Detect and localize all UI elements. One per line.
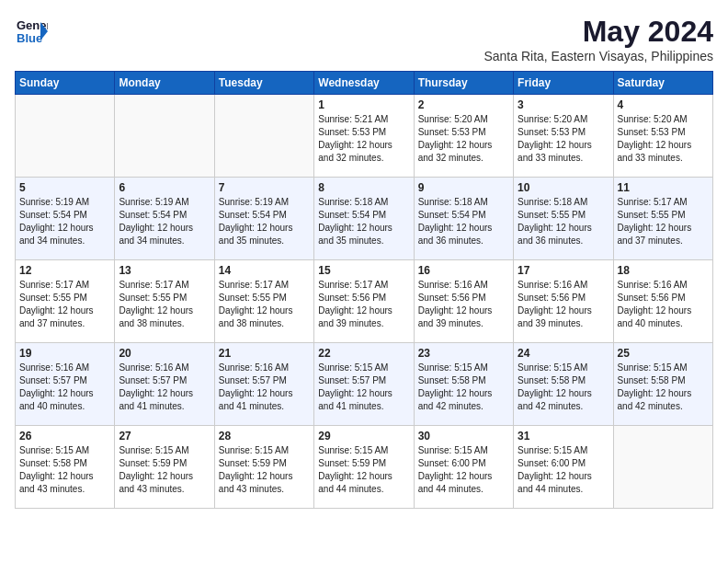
day-info: Sunrise: 5:17 AM Sunset: 5:55 PM Dayligh… <box>19 279 110 330</box>
day-number: 8 <box>318 181 409 194</box>
calendar-cell: 23Sunrise: 5:15 AM Sunset: 5:58 PM Dayli… <box>414 343 513 426</box>
day-info: Sunrise: 5:15 AM Sunset: 5:58 PM Dayligh… <box>418 362 509 413</box>
title-block: May 2024 Santa Rita, Eastern Visayas, Ph… <box>483 15 713 63</box>
calendar-cell: 22Sunrise: 5:15 AM Sunset: 5:57 PM Dayli… <box>314 343 414 426</box>
svg-text:Blue: Blue <box>17 31 42 45</box>
calendar-cell <box>214 95 313 178</box>
calendar-cell: 6Sunrise: 5:19 AM Sunset: 5:54 PM Daylig… <box>115 178 214 260</box>
day-info: Sunrise: 5:15 AM Sunset: 5:58 PM Dayligh… <box>19 444 110 496</box>
day-info: Sunrise: 5:16 AM Sunset: 5:57 PM Dayligh… <box>19 362 110 413</box>
calendar-cell: 7Sunrise: 5:19 AM Sunset: 5:54 PM Daylig… <box>214 178 313 260</box>
calendar-cell: 8Sunrise: 5:18 AM Sunset: 5:54 PM Daylig… <box>314 178 414 260</box>
day-info: Sunrise: 5:17 AM Sunset: 5:55 PM Dayligh… <box>219 279 310 330</box>
week-row-4: 19Sunrise: 5:16 AM Sunset: 5:57 PM Dayli… <box>16 343 713 426</box>
day-number: 31 <box>518 430 609 442</box>
day-number: 4 <box>618 98 709 111</box>
day-number: 16 <box>418 264 509 277</box>
day-info: Sunrise: 5:20 AM Sunset: 5:53 PM Dayligh… <box>518 113 609 165</box>
day-number: 25 <box>618 347 709 360</box>
day-number: 5 <box>19 181 110 194</box>
calendar-cell: 15Sunrise: 5:17 AM Sunset: 5:56 PM Dayli… <box>314 260 414 343</box>
day-number: 1 <box>318 98 409 111</box>
day-number: 15 <box>318 264 409 277</box>
day-info: Sunrise: 5:16 AM Sunset: 5:57 PM Dayligh… <box>119 362 210 413</box>
day-info: Sunrise: 5:17 AM Sunset: 5:55 PM Dayligh… <box>119 279 210 330</box>
calendar-cell: 16Sunrise: 5:16 AM Sunset: 5:56 PM Dayli… <box>414 260 513 343</box>
day-info: Sunrise: 5:15 AM Sunset: 5:59 PM Dayligh… <box>219 444 310 496</box>
calendar-cell: 18Sunrise: 5:16 AM Sunset: 5:56 PM Dayli… <box>613 260 712 343</box>
day-number: 17 <box>518 264 609 277</box>
day-info: Sunrise: 5:15 AM Sunset: 6:00 PM Dayligh… <box>518 444 609 496</box>
day-number: 29 <box>318 430 409 442</box>
day-number: 2 <box>418 98 509 111</box>
calendar-cell: 19Sunrise: 5:16 AM Sunset: 5:57 PM Dayli… <box>16 343 115 426</box>
calendar-cell: 5Sunrise: 5:19 AM Sunset: 5:54 PM Daylig… <box>16 178 115 260</box>
calendar-cell: 31Sunrise: 5:15 AM Sunset: 6:00 PM Dayli… <box>514 426 613 509</box>
calendar-cell: 30Sunrise: 5:15 AM Sunset: 6:00 PM Dayli… <box>414 426 513 509</box>
day-header-sunday: Sunday <box>16 72 115 95</box>
calendar-cell <box>16 95 115 178</box>
day-number: 3 <box>518 98 609 111</box>
calendar-cell: 27Sunrise: 5:15 AM Sunset: 5:59 PM Dayli… <box>115 426 214 509</box>
calendar-cell: 14Sunrise: 5:17 AM Sunset: 5:55 PM Dayli… <box>214 260 313 343</box>
day-header-saturday: Saturday <box>613 72 712 95</box>
logo: General Blue <box>15 15 48 48</box>
day-info: Sunrise: 5:15 AM Sunset: 5:59 PM Dayligh… <box>318 444 409 496</box>
calendar-cell <box>613 426 712 509</box>
day-info: Sunrise: 5:16 AM Sunset: 5:57 PM Dayligh… <box>219 362 310 413</box>
day-number: 22 <box>318 347 409 360</box>
day-info: Sunrise: 5:19 AM Sunset: 5:54 PM Dayligh… <box>119 196 210 247</box>
day-info: Sunrise: 5:16 AM Sunset: 5:56 PM Dayligh… <box>418 279 509 330</box>
day-number: 7 <box>219 181 310 194</box>
day-number: 20 <box>119 347 210 360</box>
day-header-tuesday: Tuesday <box>214 72 313 95</box>
day-info: Sunrise: 5:15 AM Sunset: 5:59 PM Dayligh… <box>119 444 210 496</box>
day-header-friday: Friday <box>514 72 613 95</box>
calendar-header-row: SundayMondayTuesdayWednesdayThursdayFrid… <box>16 72 713 95</box>
day-number: 18 <box>618 264 709 277</box>
calendar-cell: 2Sunrise: 5:20 AM Sunset: 5:53 PM Daylig… <box>414 95 513 178</box>
day-number: 9 <box>418 181 509 194</box>
day-number: 27 <box>119 430 210 442</box>
calendar-cell: 20Sunrise: 5:16 AM Sunset: 5:57 PM Dayli… <box>115 343 214 426</box>
day-info: Sunrise: 5:15 AM Sunset: 5:57 PM Dayligh… <box>318 362 409 413</box>
day-info: Sunrise: 5:19 AM Sunset: 5:54 PM Dayligh… <box>219 196 310 247</box>
day-info: Sunrise: 5:20 AM Sunset: 5:53 PM Dayligh… <box>418 113 509 165</box>
week-row-3: 12Sunrise: 5:17 AM Sunset: 5:55 PM Dayli… <box>16 260 713 343</box>
day-number: 24 <box>518 347 609 360</box>
calendar-cell: 13Sunrise: 5:17 AM Sunset: 5:55 PM Dayli… <box>115 260 214 343</box>
day-info: Sunrise: 5:15 AM Sunset: 6:00 PM Dayligh… <box>418 444 509 496</box>
day-number: 14 <box>219 264 310 277</box>
calendar-cell: 3Sunrise: 5:20 AM Sunset: 5:53 PM Daylig… <box>514 95 613 178</box>
day-info: Sunrise: 5:16 AM Sunset: 5:56 PM Dayligh… <box>518 279 609 330</box>
calendar-cell: 29Sunrise: 5:15 AM Sunset: 5:59 PM Dayli… <box>314 426 414 509</box>
calendar-table: SundayMondayTuesdayWednesdayThursdayFrid… <box>15 71 713 509</box>
day-info: Sunrise: 5:15 AM Sunset: 5:58 PM Dayligh… <box>618 362 709 413</box>
calendar-cell: 26Sunrise: 5:15 AM Sunset: 5:58 PM Dayli… <box>16 426 115 509</box>
calendar-cell: 21Sunrise: 5:16 AM Sunset: 5:57 PM Dayli… <box>214 343 313 426</box>
day-info: Sunrise: 5:16 AM Sunset: 5:56 PM Dayligh… <box>618 279 709 330</box>
day-number: 6 <box>119 181 210 194</box>
day-header-monday: Monday <box>115 72 214 95</box>
day-number: 21 <box>219 347 310 360</box>
week-row-1: 1Sunrise: 5:21 AM Sunset: 5:53 PM Daylig… <box>16 95 713 178</box>
calendar-cell <box>115 95 214 178</box>
day-info: Sunrise: 5:17 AM Sunset: 5:56 PM Dayligh… <box>318 279 409 330</box>
calendar-cell: 1Sunrise: 5:21 AM Sunset: 5:53 PM Daylig… <box>314 95 414 178</box>
day-number: 23 <box>418 347 509 360</box>
day-info: Sunrise: 5:18 AM Sunset: 5:54 PM Dayligh… <box>418 196 509 247</box>
calendar-cell: 11Sunrise: 5:17 AM Sunset: 5:55 PM Dayli… <box>613 178 712 260</box>
day-info: Sunrise: 5:17 AM Sunset: 5:55 PM Dayligh… <box>618 196 709 247</box>
page-header: General Blue May 2024 Santa Rita, Easter… <box>15 15 713 63</box>
month-title: May 2024 <box>483 15 713 49</box>
calendar-cell: 25Sunrise: 5:15 AM Sunset: 5:58 PM Dayli… <box>613 343 712 426</box>
day-info: Sunrise: 5:19 AM Sunset: 5:54 PM Dayligh… <box>19 196 110 247</box>
day-header-thursday: Thursday <box>414 72 513 95</box>
calendar-cell: 24Sunrise: 5:15 AM Sunset: 5:58 PM Dayli… <box>514 343 613 426</box>
calendar-cell: 10Sunrise: 5:18 AM Sunset: 5:55 PM Dayli… <box>514 178 613 260</box>
calendar-cell: 9Sunrise: 5:18 AM Sunset: 5:54 PM Daylig… <box>414 178 513 260</box>
calendar-cell: 28Sunrise: 5:15 AM Sunset: 5:59 PM Dayli… <box>214 426 313 509</box>
day-number: 11 <box>618 181 709 194</box>
calendar-body: 1Sunrise: 5:21 AM Sunset: 5:53 PM Daylig… <box>16 95 713 509</box>
calendar-cell: 17Sunrise: 5:16 AM Sunset: 5:56 PM Dayli… <box>514 260 613 343</box>
